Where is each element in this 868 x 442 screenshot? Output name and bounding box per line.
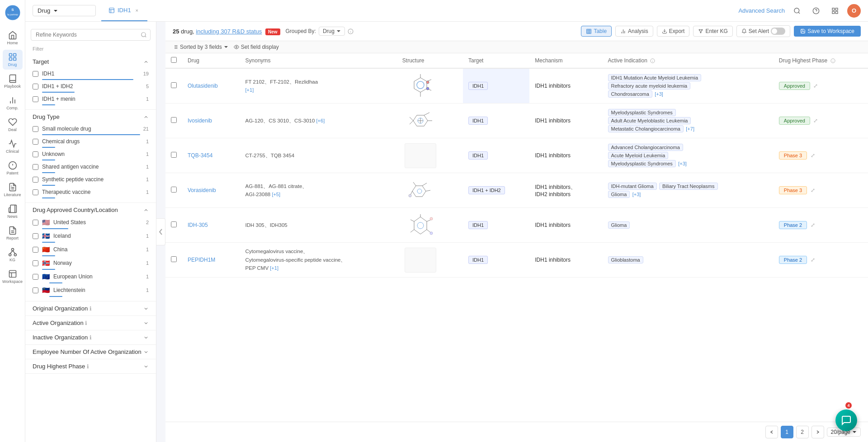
filter-item-small-molecule[interactable]: Small molecule drug 21 [25,124,156,134]
filter-checkbox-idh1[interactable] [33,71,38,77]
pagination-prev-button[interactable] [765,426,778,438]
sidebar-item-news[interactable]: News [3,202,23,221]
phase-expand-icon[interactable]: ⤢ [811,257,815,263]
filter-item-unknown[interactable]: Unknown 1 [25,149,156,159]
row-checkbox[interactable] [171,187,177,193]
enter-kg-button[interactable]: Enter KG [693,26,732,37]
phase-expand-icon[interactable]: ⤢ [811,222,815,228]
filter-section-employee-number-header[interactable]: Employee Number Of Active Organization [25,345,156,359]
refine-keywords-input[interactable] [31,29,151,41]
filter-item-iceland[interactable]: 🇮🇸 Iceland 1 [25,230,156,241]
sidebar-item-patent[interactable]: Patent [3,158,23,178]
filter-item-norway[interactable]: 🇳🇴 Norway 1 [25,258,156,268]
tab-close-button[interactable]: × [134,7,140,14]
phase-expand-icon[interactable]: ⤢ [811,187,815,193]
drug-name-link[interactable]: TQB-3454 [188,152,212,159]
save-to-workspace-button[interactable]: Save to Workspace [794,26,861,37]
sidebar-item-playbook[interactable]: Playbook [3,71,23,91]
filter-section-drug-type-header[interactable]: Drug Type [25,110,156,124]
sidebar-item-kg[interactable]: KG [3,245,23,265]
sidebar-item-workspace[interactable]: Workspace [3,267,23,287]
filter-item-idh1-idh2[interactable]: IDH1 + IDH2 5 [25,81,156,91]
filter-item-idh1-menin[interactable]: IDH1 + menin 1 [25,94,156,104]
sidebar-item-comp[interactable]: Comp. [3,93,23,113]
filter-item-therapeutic-vaccine[interactable]: Therapeutic vaccine 1 [25,187,156,197]
sidebar-item-clinical[interactable]: Clinical [3,136,23,156]
filter-section-inactive-org-header[interactable]: Inactive Organization ℹ [25,330,156,344]
filter-section-drug-phase-header[interactable]: Drug Highest Phase ℹ [25,359,156,373]
sidebar-collapse-button[interactable] [156,218,165,245]
pagination-next-button[interactable] [811,426,824,438]
indication-expand[interactable]: [+7] [686,126,694,132]
filter-checkbox-shared-antigen[interactable] [33,164,38,170]
drug-name-link[interactable]: Olutasidenib [188,83,218,89]
pagination-page-1[interactable]: 1 [781,426,793,438]
sidebar-item-home[interactable]: Home [3,28,23,48]
set-alert-button[interactable]: Set Alert [736,25,790,37]
sidebar-item-literature[interactable]: Literature [3,180,23,200]
indication-expand[interactable]: [+3] [632,192,641,197]
synonyms-expand[interactable]: [+6] [316,118,325,123]
filter-item-chemical-drugs[interactable]: Chemical drugs 1 [25,136,156,146]
filter-checkbox-small-molecule[interactable] [33,126,38,132]
table-view-button[interactable]: Table [581,26,612,37]
phase-expand-icon[interactable]: ⤢ [813,118,818,124]
select-all-checkbox[interactable] [171,57,177,63]
filter-checkbox-idh1-menin[interactable] [33,96,38,102]
apps-button[interactable] [828,4,842,18]
filter-item-idh1[interactable]: IDH1 19 [25,69,156,79]
export-button[interactable]: Export [657,26,690,37]
grouped-by-select[interactable]: Drug [319,27,345,36]
set-alert-toggle[interactable] [771,28,785,35]
row-checkbox[interactable] [171,152,177,158]
phase-expand-icon[interactable]: ⤢ [811,152,815,159]
phase-expand-icon[interactable]: ⤢ [813,83,818,89]
drug-name-link[interactable]: Ivosidenib [188,118,212,124]
sidebar-item-report[interactable]: Report [3,223,23,243]
filter-checkbox-china[interactable] [33,247,38,253]
chat-fab-button[interactable] [835,409,857,431]
filter-section-active-org-header[interactable]: Active Organization ℹ [25,316,156,330]
pagination-page-2[interactable]: 2 [796,426,809,438]
analysis-view-button[interactable]: Analysis [615,26,653,37]
row-checkbox[interactable] [171,256,177,262]
drug-name-link[interactable]: IDH-305 [188,222,208,228]
filter-item-synthetic-peptide[interactable]: Synthetic peptide vaccine 1 [25,174,156,184]
advanced-search-link[interactable]: Advanced Search [738,7,785,14]
filter-section-country-header[interactable]: Drug Approved Country/Location [25,203,156,217]
rd-status-link[interactable]: including 307 R&D status [196,28,262,35]
filter-checkbox-us[interactable] [33,220,38,226]
drug-name-link[interactable]: Vorasidenib [188,187,216,193]
filter-item-us[interactable]: 🇺🇸 United States 2 [25,217,156,228]
filter-item-liechtenstein[interactable]: 🇱🇮 Liechtenstein 1 [25,285,156,296]
filter-item-china[interactable]: 🇨🇳 China 1 [25,244,156,255]
row-checkbox[interactable] [171,117,177,123]
tab-idh1[interactable]: IDH1 × [101,0,147,21]
filter-section-original-org-header[interactable]: Original Organization ℹ [25,301,156,315]
filter-item-shared-antigen[interactable]: Shared antigen vaccine 1 [25,162,156,172]
synonyms-expand[interactable]: [+1] [270,265,278,271]
synonyms-expand[interactable]: [+5] [272,192,280,197]
indication-expand[interactable]: [+3] [655,91,663,97]
filter-checkbox-therapeutic-vaccine[interactable] [33,189,38,195]
row-checkbox[interactable] [171,221,177,227]
filter-checkbox-norway[interactable] [33,260,38,266]
filter-checkbox-liechtenstein[interactable] [33,287,38,293]
sidebar-item-drug[interactable]: Drug [3,50,23,70]
filter-section-target-header[interactable]: Target [25,55,156,69]
filter-checkbox-unknown[interactable] [33,151,38,157]
select-all-header[interactable] [165,53,182,68]
app-logo[interactable]: S by partnop [4,4,22,22]
filter-item-eu[interactable]: 🇪🇺 European Union 1 [25,271,156,282]
set-field-display-button[interactable]: Set field display [234,44,279,50]
filter-checkbox-idh1-idh2[interactable] [33,84,38,89]
search-icon-button[interactable] [790,4,804,18]
help-button[interactable] [809,4,823,18]
entity-type-selector[interactable]: Drug [33,5,96,16]
sort-fields-button[interactable]: Sorted by 3 fields [173,44,228,50]
filter-checkbox-chemical-drugs[interactable] [33,139,38,145]
indication-expand[interactable]: [+3] [678,161,687,166]
row-checkbox[interactable] [171,82,177,88]
user-avatar[interactable]: O [847,4,861,18]
synonyms-expand[interactable]: [+1] [245,87,254,93]
